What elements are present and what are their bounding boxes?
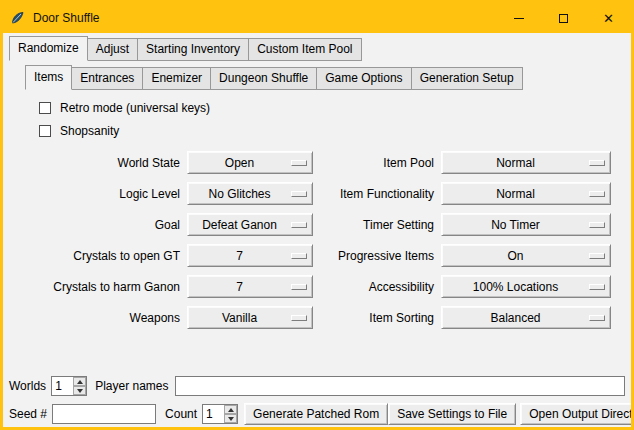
tab-enemizer[interactable]: Enemizer [142, 67, 211, 90]
retro-mode-label: Retro mode (universal keys) [60, 101, 210, 115]
logic-level-label: Logic Level [29, 187, 187, 201]
minimize-button[interactable] [496, 3, 541, 33]
item-pool-dropdown[interactable]: Normal [441, 151, 611, 174]
tab-dungeon-shuffle[interactable]: Dungeon Shuffle [210, 67, 317, 90]
goal-dropdown[interactable]: Defeat Ganon [187, 213, 313, 236]
player-names-input[interactable] [175, 376, 626, 396]
crystals-harm-ganon-label: Crystals to harm Ganon [29, 280, 187, 294]
spin-down-button[interactable] [73, 386, 86, 395]
door-shuffle-window: Door Shuffle ✕ Randomize Adjust Starting… [0, 0, 634, 430]
setting-row: Crystals to open GT 7 Progressive Items … [29, 240, 611, 271]
spin-up-button[interactable] [224, 405, 237, 414]
items-pane: Retro mode (universal keys) Shopsanity W… [29, 96, 611, 333]
option-menu-indicator-icon [291, 253, 307, 259]
spin-down-button[interactable] [224, 414, 237, 423]
player-names-label: Player names [95, 379, 168, 393]
tab-custom-item-pool[interactable]: Custom Item Pool [248, 38, 361, 61]
tab-entrances[interactable]: Entrances [71, 67, 143, 90]
item-sorting-label: Item Sorting [313, 311, 441, 325]
world-state-dropdown[interactable]: Open [187, 151, 313, 174]
tab-game-options[interactable]: Game Options [316, 67, 411, 90]
setting-row: Weapons Vanilla Item Sorting Balanced [29, 302, 611, 333]
item-sorting-dropdown[interactable]: Balanced [441, 306, 611, 329]
spin-up-button[interactable] [73, 377, 86, 386]
maximize-button[interactable] [541, 3, 586, 33]
tab-items[interactable]: Items [25, 65, 72, 90]
arrow-down-icon [228, 417, 234, 421]
item-functionality-label: Item Functionality [313, 187, 441, 201]
retro-mode-checkbox[interactable] [39, 102, 51, 114]
close-button[interactable]: ✕ [586, 3, 631, 33]
arrow-up-icon [228, 408, 234, 412]
logic-level-dropdown[interactable]: No Glitches [187, 182, 313, 205]
client-area: Randomize Adjust Starting Inventory Cust… [3, 36, 631, 430]
bottom-bar: Worlds 1 Player names Seed # Count 1 [9, 375, 625, 425]
crystals-open-gt-value: 7 [188, 249, 291, 263]
weapons-value: Vanilla [188, 311, 291, 325]
window-controls: ✕ [496, 3, 631, 33]
tab-generation-setup[interactable]: Generation Setup [411, 67, 523, 90]
accessibility-value: 100% Locations [442, 280, 589, 294]
crystals-harm-ganon-dropdown[interactable]: 7 [187, 275, 313, 298]
tab-adjust[interactable]: Adjust [87, 38, 138, 61]
save-settings-button[interactable]: Save Settings to File [388, 403, 516, 425]
worlds-spinbox[interactable]: 1 [51, 376, 87, 396]
option-menu-indicator-icon [589, 160, 605, 166]
item-functionality-value: Normal [442, 187, 589, 201]
secondary-tabs: Items Entrances Enemizer Dungeon Shuffle… [3, 65, 631, 90]
timer-setting-value: No Timer [442, 218, 589, 232]
item-functionality-dropdown[interactable]: Normal [441, 182, 611, 205]
option-menu-indicator-icon [589, 253, 605, 259]
window-title: Door Shuffle [33, 11, 100, 25]
shopsanity-checkbox[interactable] [39, 125, 51, 137]
generate-patched-rom-button[interactable]: Generate Patched Rom [244, 403, 388, 425]
count-spinbox[interactable]: 1 [202, 404, 238, 424]
settings-grid: World State Open Item Pool Normal Logic … [29, 147, 611, 333]
option-menu-indicator-icon [291, 315, 307, 321]
maximize-icon [559, 14, 568, 23]
weapons-dropdown[interactable]: Vanilla [187, 306, 313, 329]
crystals-open-gt-label: Crystals to open GT [29, 249, 187, 263]
progressive-items-label: Progressive Items [313, 249, 441, 263]
option-menu-indicator-icon [589, 284, 605, 290]
accessibility-label: Accessibility [313, 280, 441, 294]
item-sorting-value: Balanced [442, 311, 589, 325]
logic-level-value: No Glitches [188, 187, 291, 201]
tab-randomize[interactable]: Randomize [9, 36, 88, 61]
crystals-harm-ganon-value: 7 [188, 280, 291, 294]
open-output-directory-button[interactable]: Open Output Directory [520, 403, 634, 425]
option-menu-indicator-icon [589, 315, 605, 321]
worlds-spin-arrows [73, 377, 86, 395]
option-menu-indicator-icon [589, 191, 605, 197]
option-menu-indicator-icon [589, 222, 605, 228]
accessibility-dropdown[interactable]: 100% Locations [441, 275, 611, 298]
arrow-up-icon [77, 380, 83, 384]
seed-input[interactable] [52, 404, 156, 424]
world-state-value: Open [188, 156, 291, 170]
retro-mode-row: Retro mode (universal keys) [39, 96, 611, 119]
timer-setting-dropdown[interactable]: No Timer [441, 213, 611, 236]
app-icon [10, 10, 26, 26]
option-menu-indicator-icon [291, 160, 307, 166]
tab-starting-inventory[interactable]: Starting Inventory [137, 38, 249, 61]
progressive-items-dropdown[interactable]: On [441, 244, 611, 267]
setting-row: Goal Defeat Ganon Timer Setting No Timer [29, 209, 611, 240]
titlebar: Door Shuffle ✕ [3, 3, 631, 33]
option-menu-indicator-icon [291, 191, 307, 197]
setting-row: Crystals to harm Ganon 7 Accessibility 1… [29, 271, 611, 302]
item-pool-label: Item Pool [313, 156, 441, 170]
timer-setting-label: Timer Setting [313, 218, 441, 232]
item-pool-value: Normal [442, 156, 589, 170]
worlds-row: Worlds 1 Player names [9, 375, 625, 397]
goal-value: Defeat Ganon [188, 218, 291, 232]
crystals-open-gt-dropdown[interactable]: 7 [187, 244, 313, 267]
setting-row: Logic Level No Glitches Item Functionali… [29, 178, 611, 209]
option-menu-indicator-icon [291, 222, 307, 228]
count-value: 1 [203, 405, 224, 423]
option-menu-indicator-icon [291, 284, 307, 290]
goal-label: Goal [29, 218, 187, 232]
seed-row: Seed # Count 1 Generate Patched Rom Save… [9, 403, 625, 425]
count-spin-arrows [224, 405, 237, 423]
shopsanity-label: Shopsanity [60, 124, 119, 138]
progressive-items-value: On [442, 249, 589, 263]
